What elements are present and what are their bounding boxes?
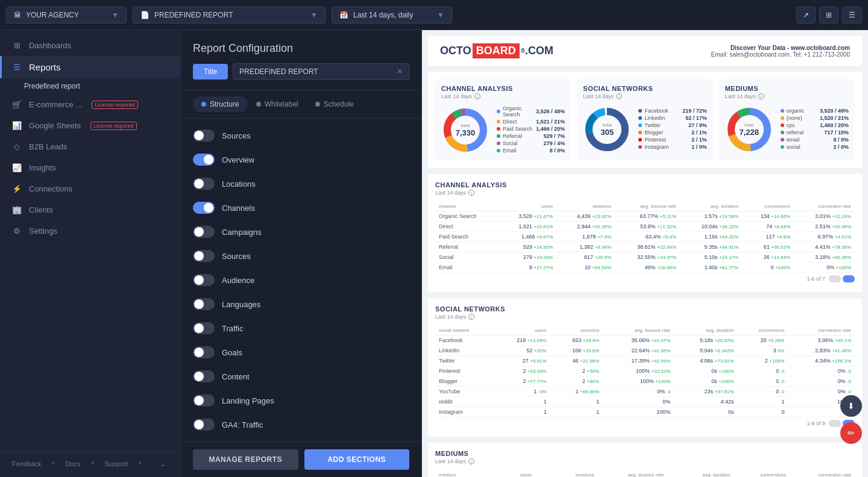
- reports-icon: ☰: [12, 63, 22, 72]
- legend-value: 1,521 / 21%: [536, 119, 565, 125]
- toggle-overview[interactable]: [193, 154, 215, 166]
- sidebar-item-google-sheets[interactable]: 📊 Google Sheets License required: [0, 115, 180, 136]
- toggle-sources-top[interactable]: [193, 129, 215, 142]
- calendar-icon: 📅: [339, 11, 348, 19]
- table-row: reddit 1 1 0% 4:42s 1 100%: [435, 397, 855, 407]
- toggle-goals[interactable]: [193, 346, 215, 358]
- cell-crate: 4.41% +78.06%: [794, 242, 855, 252]
- date-range-selector[interactable]: 📅 Last 14 days, daily ▼: [332, 7, 452, 23]
- legend-dot: [497, 134, 500, 138]
- pag-next[interactable]: [843, 275, 855, 282]
- col-sn-users: users: [493, 326, 550, 335]
- cell-conv: 0 .0: [737, 376, 788, 387]
- legend-label: Pinterest: [644, 137, 689, 143]
- legend-item: Instagram 1 / 0%: [638, 144, 706, 150]
- cell-crate: 3.18% +60.36%: [794, 252, 855, 263]
- sidebar-label-dashboards: Dashboards: [29, 41, 71, 50]
- schedule-dot: [315, 102, 320, 107]
- cell-users: 219 +13.69%: [493, 335, 550, 346]
- table-row: Referral 529 +14.95% 1,382 +9.94% 38.61%…: [435, 242, 855, 252]
- cell-key: Instagram: [435, 407, 493, 417]
- section-item-audience: Audience: [181, 268, 421, 292]
- sidebar-label-clients: Clients: [29, 205, 53, 214]
- docs-link[interactable]: Docs: [65, 460, 80, 470]
- edit-fab[interactable]: ✏: [840, 422, 862, 444]
- manage-reports-button[interactable]: MANAGE REPORTS: [193, 449, 298, 470]
- support-link[interactable]: Support: [104, 460, 128, 470]
- cell-conv: 26 +13.94%: [742, 252, 794, 263]
- tab-structure[interactable]: Structure: [193, 96, 248, 112]
- toggle-locations[interactable]: [193, 178, 215, 190]
- toggle-ga4-traffic[interactable]: [193, 419, 215, 431]
- sidebar-item-reports[interactable]: ☰ Reports: [0, 56, 180, 78]
- cell-users: 2 +33.93%: [493, 366, 550, 376]
- sidebar-item-dashboards[interactable]: ⊞ Dashboards: [0, 35, 180, 56]
- tab-whitelabel[interactable]: Whitelabel: [248, 96, 307, 112]
- whitelabel-dot: [256, 102, 261, 107]
- legend-dot: [638, 116, 642, 120]
- cell-key: Organic Search: [435, 211, 498, 222]
- agency-selector[interactable]: 🏛 YOUR AGENCY ▼: [6, 7, 127, 23]
- table-row: Facebook 219 +13.69% 653 +29.4% 35.06% +…: [435, 335, 855, 346]
- mediums-section-subtitle: Last 14 days i: [435, 458, 855, 464]
- logo-octo: OCTO: [440, 45, 471, 57]
- toggle-audience[interactable]: [193, 274, 215, 286]
- sidebar-item-connections[interactable]: ⚡ Connections: [0, 178, 180, 199]
- social-pag-prev[interactable]: [829, 420, 841, 427]
- section-item-traffic: Traffic: [181, 316, 421, 340]
- sidebar-label-reports: Reports: [29, 62, 61, 72]
- title-tab[interactable]: Title: [193, 64, 228, 80]
- report-selector[interactable]: 📄 PREDEFINED REPORT ▼: [133, 7, 326, 23]
- legend-value: 8 / 0%: [550, 148, 565, 154]
- toggle-landing-pages[interactable]: [193, 394, 215, 407]
- toggle-campaigns[interactable]: [193, 226, 215, 238]
- share-button[interactable]: ↗: [796, 7, 816, 23]
- tab-schedule[interactable]: Schedule: [307, 96, 362, 112]
- legend-label: Blogger: [644, 129, 689, 136]
- sidebar-label-predefined: Predefined report: [24, 82, 80, 90]
- title-input[interactable]: PREDEFINED REPORT ✕: [233, 63, 409, 80]
- back-button[interactable]: ←: [160, 460, 168, 470]
- cell-crate: 2.83% +42.48%: [788, 346, 855, 356]
- cell-crate: 2.51% +30.98%: [794, 222, 855, 232]
- clear-icon[interactable]: ✕: [397, 67, 403, 76]
- view-button[interactable]: ⊞: [819, 7, 838, 23]
- cell-crate: 3.01% +12.19%: [794, 211, 855, 222]
- legend-dot: [497, 142, 500, 145]
- toggle-languages[interactable]: [193, 298, 215, 310]
- sidebar-item-predefined[interactable]: Predefined report: [0, 78, 180, 94]
- toggle-sources[interactable]: [193, 250, 215, 262]
- cell-duration: 0s +100%: [674, 376, 737, 387]
- legend-item: Organic Search 3,526 / 48%: [497, 105, 565, 117]
- pag-prev[interactable]: [829, 275, 841, 282]
- cell-crate: 6.97% +4.01%: [794, 232, 855, 242]
- report-icon: 📄: [140, 11, 149, 19]
- sidebar-item-ecommerce[interactable]: 🛒 E-commerce ... License required: [0, 94, 180, 115]
- b2b-icon: ◇: [12, 142, 22, 151]
- feedback-link[interactable]: Feedback: [12, 460, 41, 470]
- toggle-content[interactable]: [193, 370, 215, 382]
- social-info-icon: i: [616, 93, 622, 99]
- menu-button[interactable]: ☰: [842, 7, 862, 23]
- col-sn-crate: conversion rate: [788, 326, 855, 335]
- legend-item: Social 279 / 4%: [497, 140, 565, 146]
- legend-item: Pinterest 2 / 1%: [638, 137, 706, 143]
- cell-sessions: 1,382 +9.94%: [556, 242, 615, 252]
- report-header: OCTO BOARD ® .COM Discover Your Data - w…: [428, 36, 862, 66]
- sidebar-item-clients[interactable]: 🏢 Clients: [0, 199, 180, 220]
- download-fab[interactable]: ⬇: [840, 395, 862, 417]
- toggle-channels[interactable]: [193, 202, 215, 214]
- cell-bounce: 0% .0: [603, 387, 674, 397]
- sidebar-item-settings[interactable]: ⚙ Settings: [0, 220, 180, 242]
- sidebar-item-insights[interactable]: 📈 Insights: [0, 157, 180, 178]
- logo-board: BOARD: [473, 43, 520, 58]
- cell-sessions: 106 +29.8%: [550, 346, 603, 356]
- cell-conv: 2 +100%: [737, 356, 788, 366]
- toggle-traffic[interactable]: [193, 322, 215, 334]
- add-sections-button[interactable]: ADD SECTIONS: [304, 449, 410, 470]
- legend-dot: [638, 109, 642, 113]
- sidebar-item-b2b[interactable]: ◇ B2B Leads: [0, 136, 180, 157]
- legend-value: 1,466 / 20%: [536, 126, 565, 132]
- charts-row: CHANNEL ANALYSIS Last 14 days i: [435, 79, 855, 161]
- cell-duration: 0s: [674, 407, 737, 417]
